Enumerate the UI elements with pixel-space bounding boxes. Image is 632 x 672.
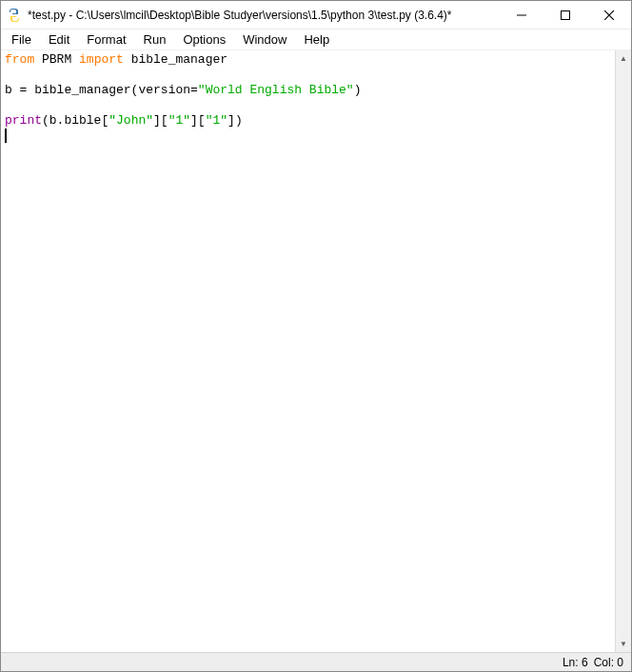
- string-literal: "World English Bible": [198, 83, 354, 97]
- keyword-from: from: [5, 52, 34, 67]
- maximize-button[interactable]: [543, 1, 587, 29]
- menu-format[interactable]: Format: [78, 30, 134, 49]
- app-icon: [7, 8, 22, 23]
- vertical-scrollbar[interactable]: ▲ ▼: [615, 50, 631, 652]
- statusbar: Ln: 6 Col: 0: [1, 652, 631, 671]
- minimize-button[interactable]: [500, 1, 543, 29]
- status-col: Col: 0: [594, 656, 623, 669]
- window-controls: [500, 1, 631, 29]
- code-text: b = bible_manager(version=: [5, 83, 198, 97]
- scroll-track[interactable]: [616, 67, 631, 636]
- menu-window[interactable]: Window: [234, 30, 295, 49]
- string-literal: "1": [168, 113, 190, 128]
- menu-options[interactable]: Options: [174, 30, 234, 49]
- string-literal: "1": [206, 113, 227, 128]
- text-caret: [5, 128, 7, 143]
- identifier: bible_manager: [124, 52, 227, 67]
- code-text: ]): [227, 113, 243, 128]
- menu-edit[interactable]: Edit: [40, 30, 78, 49]
- editor-area: from PBRM import bible_manager b = bible…: [1, 50, 631, 652]
- scroll-down-button[interactable]: ▼: [616, 636, 631, 652]
- code-text: ][: [190, 113, 206, 128]
- close-button[interactable]: [587, 1, 631, 29]
- menubar: File Edit Format Run Options Window Help: [1, 30, 631, 50]
- module-name: PBRM: [34, 52, 79, 67]
- builtin-print: print: [5, 113, 42, 128]
- string-literal: "John": [109, 113, 153, 128]
- titlebar: *test.py - C:\Users\lmcil\Desktop\Bible …: [1, 1, 631, 30]
- code-text: ][: [153, 113, 168, 128]
- code-text: (b.bible[: [42, 113, 109, 128]
- svg-rect-1: [562, 10, 570, 19]
- code-text: ): [354, 83, 362, 97]
- menu-run[interactable]: Run: [135, 30, 175, 49]
- window-title: *test.py - C:\Users\lmcil\Desktop\Bible …: [28, 9, 500, 22]
- code-editor[interactable]: from PBRM import bible_manager b = bible…: [1, 50, 615, 652]
- menu-help[interactable]: Help: [295, 30, 338, 49]
- status-line: Ln: 6: [563, 656, 588, 669]
- scroll-up-button[interactable]: ▲: [616, 50, 631, 67]
- menu-file[interactable]: File: [3, 30, 40, 49]
- keyword-import: import: [79, 52, 124, 67]
